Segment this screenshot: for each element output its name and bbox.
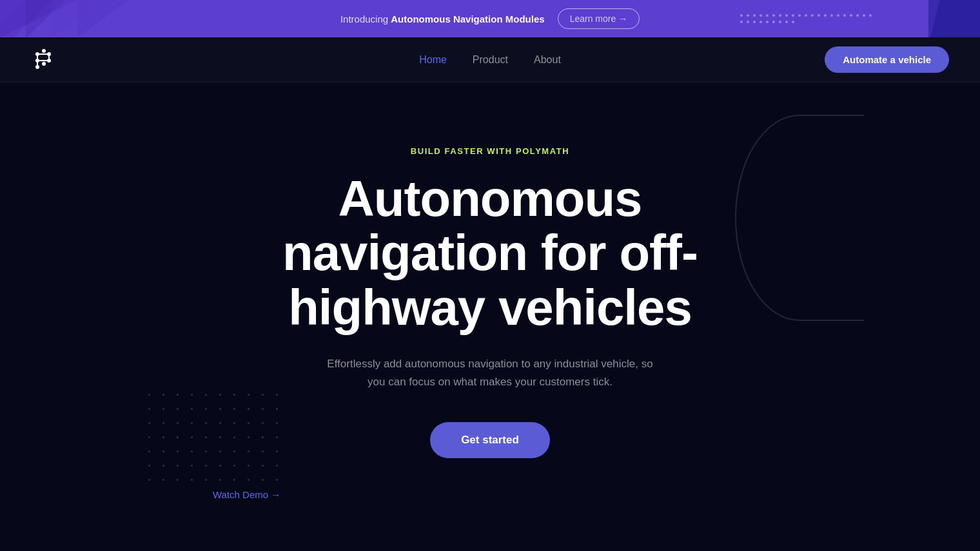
nav-link-about[interactable]: About: [534, 54, 561, 66]
hero-eyebrow: BUILD FASTER WITH POLYMATH: [213, 146, 767, 156]
hero-subtitle: Effortlessly add autonomous navigation t…: [322, 355, 658, 391]
navbar: Home Product About Automate a vehicle: [0, 37, 980, 82]
logo[interactable]: [31, 46, 58, 73]
logo-icon: [31, 46, 58, 73]
banner-text: Introducing Autonomous Navigation Module…: [340, 14, 545, 24]
svg-marker-5: [77, 0, 129, 37]
learn-more-button[interactable]: Learn more →: [558, 8, 640, 29]
hero-content: BUILD FASTER WITH POLYMATH Autonomous na…: [213, 146, 767, 500]
automate-vehicle-button[interactable]: Automate a vehicle: [825, 46, 949, 73]
hero-section: BUILD FASTER WITH POLYMATH Autonomous na…: [0, 82, 980, 551]
nav-link-product[interactable]: Product: [473, 54, 508, 66]
banner-triangles-left: [0, 0, 129, 37]
nav-link-home[interactable]: Home: [419, 54, 447, 66]
get-started-button[interactable]: Get started: [430, 422, 550, 458]
announcement-banner: Introducing Autonomous Navigation Module…: [0, 0, 980, 37]
watch-demo-link[interactable]: Watch Demo →: [213, 489, 767, 500]
banner-dots-right: [735, 0, 877, 37]
nav-links: Home Product About: [419, 54, 561, 66]
svg-point-9: [42, 49, 46, 53]
svg-point-12: [42, 62, 46, 66]
banner-right-decoration: [928, 0, 980, 37]
watch-demo-label: Watch Demo →: [213, 489, 280, 500]
hero-title: Autonomous navigation for off-highway ve…: [213, 171, 767, 334]
